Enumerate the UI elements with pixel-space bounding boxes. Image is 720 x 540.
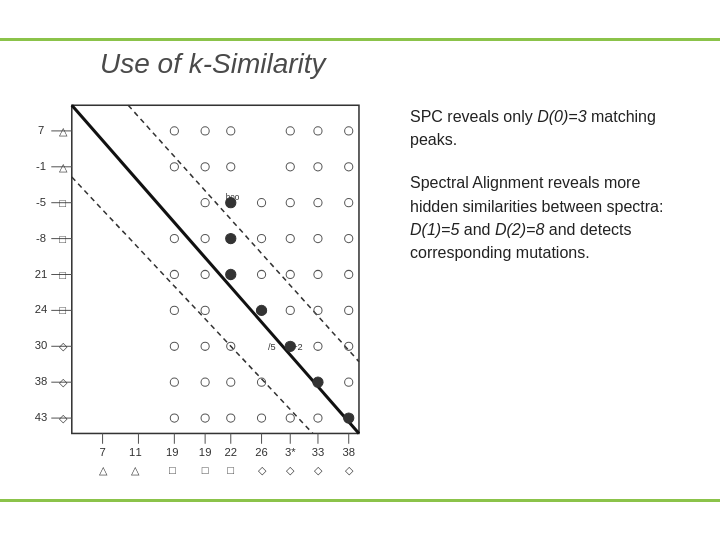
top-decorative-line [0, 38, 720, 41]
svg-text:7: 7 [99, 446, 105, 458]
svg-text:38: 38 [35, 375, 48, 387]
svg-text:△: △ [131, 464, 140, 476]
svg-text:26: 26 [255, 446, 268, 458]
chart-svg: 7 △ -1 △ -5 □ -8 □ 21 □ 2 [20, 95, 380, 495]
svg-text:△: △ [99, 464, 108, 476]
svg-text:◇: ◇ [59, 340, 68, 352]
svg-text:◇: ◇ [59, 412, 68, 424]
svg-text:boo: boo [226, 193, 240, 202]
svg-text:□: □ [59, 269, 66, 281]
svg-text:□: □ [227, 464, 234, 476]
svg-point-116 [344, 413, 354, 423]
chart-area: 7 △ -1 △ -5 □ -8 □ 21 □ 2 [20, 95, 380, 495]
content-area: 7 △ -1 △ -5 □ -8 □ 21 □ 2 [20, 95, 700, 490]
svg-text:△: △ [59, 161, 68, 173]
svg-text:□: □ [169, 464, 176, 476]
svg-text:□: □ [59, 233, 66, 245]
bottom-decorative-line [0, 499, 720, 502]
spc-text-block: SPC reveals only D(0)=3 matching peaks. [410, 105, 690, 151]
svg-text:△: △ [59, 125, 68, 137]
svg-text:43: 43 [35, 411, 48, 423]
svg-text:□: □ [59, 304, 66, 316]
svg-text:38: 38 [342, 446, 355, 458]
svg-text:◇: ◇ [258, 464, 267, 476]
svg-text:11: 11 [129, 446, 142, 458]
svg-text:□: □ [59, 197, 66, 209]
svg-text:-8: -8 [36, 232, 46, 244]
svg-text:19: 19 [166, 446, 179, 458]
svg-text:-5: -5 [36, 196, 46, 208]
svg-text:7: 7 [38, 124, 44, 136]
svg-text:/5: /5 [268, 342, 276, 352]
svg-text:19: 19 [199, 446, 212, 458]
svg-text:33: 33 [312, 446, 325, 458]
svg-text:◇: ◇ [59, 376, 68, 388]
svg-text:21: 21 [35, 268, 48, 280]
svg-point-108 [313, 377, 323, 387]
slide-container: Use of k-Similarity 7 △ -1 △ -5 □ [0, 0, 720, 540]
svg-text:3*: 3* [285, 446, 296, 458]
slide-title: Use of k-Similarity [100, 48, 326, 80]
svg-text:◇: ◇ [314, 464, 323, 476]
text-panel: SPC reveals only D(0)=3 matching peaks. … [390, 95, 700, 490]
svg-point-78 [226, 233, 236, 243]
svg-point-85 [226, 269, 236, 279]
svg-text:◇: ◇ [286, 464, 295, 476]
svg-text:22: 22 [225, 446, 238, 458]
svg-text:◇: ◇ [345, 464, 354, 476]
svg-text:30: 30 [35, 339, 48, 351]
spectral-alignment-text-block: Spectral Alignment reveals more hidden s… [410, 171, 690, 264]
svg-point-92 [256, 305, 266, 315]
svg-text:24: 24 [35, 303, 48, 315]
svg-text:-1: -1 [36, 160, 46, 172]
svg-text:□: □ [202, 464, 209, 476]
svg-point-101 [285, 341, 295, 351]
